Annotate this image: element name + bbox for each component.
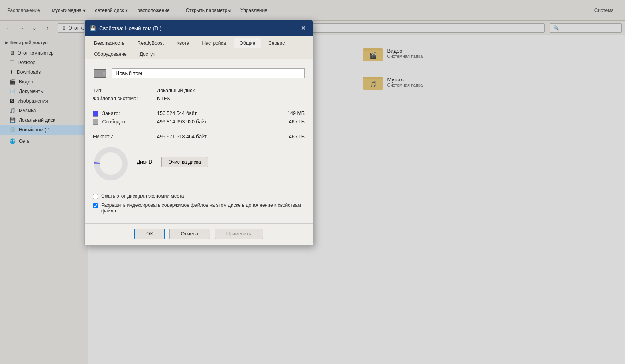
capacity-gb: 465 ГБ <box>231 134 305 140</box>
dialog-titlebar: 💾 Свойства: Новый том (D:) ✕ <box>85 20 313 36</box>
index-checkbox-row: Разрешить индексировать содержимое файло… <box>93 202 305 214</box>
disk-icon-titlebar: 💾 <box>90 25 96 31</box>
donut-container: Диск D: Очистка диска <box>93 141 305 186</box>
separator-1 <box>93 106 305 106</box>
capacity-label: Емкость: <box>93 134 157 140</box>
apply-button[interactable]: Применить <box>215 229 263 239</box>
capacity-bytes: 499 971 518 464 байт <box>157 134 231 140</box>
used-color-box <box>93 111 98 117</box>
free-color-box <box>93 119 98 125</box>
free-gb: 465 ГБ <box>231 119 305 125</box>
type-label: Тип: <box>93 88 157 93</box>
compress-label: Сжать этот диск для экономии места <box>101 193 184 199</box>
svg-point-25 <box>104 73 105 74</box>
compress-checkbox[interactable] <box>93 194 98 199</box>
svg-point-27 <box>97 150 125 178</box>
disk-clean-row: Диск D: Очистка диска <box>137 156 208 172</box>
volume-name-row <box>93 66 305 80</box>
tab-security[interactable]: Безопасность <box>88 38 131 48</box>
free-label: Свободно: <box>93 119 157 125</box>
tab-quota[interactable]: Квота <box>171 38 195 48</box>
separator-3 <box>93 190 305 190</box>
donut-chart <box>93 146 129 182</box>
svg-rect-26 <box>95 73 102 73</box>
fs-value: NTFS <box>157 96 305 101</box>
index-label: Разрешить индексировать содержимое файло… <box>101 202 305 214</box>
ok-button[interactable]: ОК <box>134 229 164 239</box>
capacity-row: Емкость: 499 971 518 464 байт 465 ГБ <box>93 133 305 141</box>
tab-bar: Безопасность ReadyBoost Квота Настройка … <box>85 36 313 59</box>
fs-row: Файловая система: NTFS <box>93 95 305 103</box>
clean-disk-button[interactable]: Очистка диска <box>161 157 208 167</box>
used-label: Занято: <box>93 111 157 117</box>
type-value: Локальный диск <box>157 88 305 93</box>
tab-general[interactable]: Общие <box>234 38 261 48</box>
dialog-title: Свойства: Новый том (D:) <box>99 25 161 31</box>
tab-service[interactable]: Сервис <box>262 38 291 48</box>
used-bytes: 156 524 544 байт <box>157 111 231 116</box>
close-button[interactable]: ✕ <box>299 24 308 32</box>
separator-2 <box>93 129 305 129</box>
tab-hardware[interactable]: Оборудование <box>88 49 133 59</box>
free-bytes: 499 814 993 920 байт <box>157 119 231 125</box>
titlebar-left: 💾 Свойства: Новый том (D:) <box>90 25 161 31</box>
index-checkbox[interactable] <box>93 203 98 208</box>
explorer-background: Расположение мультимедиа ▾ сетевой диск … <box>0 0 625 364</box>
disk-label-row: Диск D: Очистка диска <box>137 156 208 168</box>
tab-access[interactable]: Доступ <box>134 49 161 59</box>
type-row: Тип: Локальный диск <box>93 87 305 95</box>
disk-label: Диск D: <box>137 159 153 165</box>
volume-name-input[interactable] <box>112 68 305 78</box>
used-mb: 149 МБ <box>231 111 305 116</box>
fs-label: Файловая система: <box>93 96 157 101</box>
disk-icon-body <box>93 66 107 80</box>
properties-dialog: 💾 Свойства: Новый том (D:) ✕ Безопасност… <box>84 20 313 246</box>
dialog-buttons: ОК Отмена Применить <box>85 223 313 245</box>
tab-settings[interactable]: Настройка <box>196 38 232 48</box>
tab-readyboost[interactable]: ReadyBoost <box>132 38 170 48</box>
dialog-body: Тип: Локальный диск Файловая система: NT… <box>85 59 313 223</box>
compress-checkbox-row: Сжать этот диск для экономии места <box>93 193 305 199</box>
free-row: Свободно: 499 814 993 920 байт 465 ГБ <box>93 118 305 126</box>
dialog-overlay: 💾 Свойства: Новый том (D:) ✕ Безопасност… <box>0 0 625 364</box>
cancel-button[interactable]: Отмена <box>169 229 210 239</box>
used-row: Занято: 156 524 544 байт 149 МБ <box>93 109 305 118</box>
